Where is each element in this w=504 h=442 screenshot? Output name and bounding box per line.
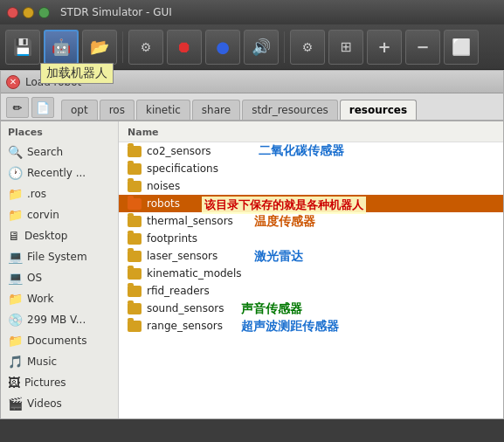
zoom-in-btn[interactable]: + (367, 30, 402, 65)
file-item-laser[interactable]: laser_sensors 激光雷达 (119, 247, 503, 265)
file-item-kinematic[interactable]: kinematic_models (119, 265, 503, 282)
main-toolbar: 💾 🤖 📂 ⚙ ⏺ ● 🔊 ⚙ ⊞ + − ⬜ 加载机器人 (0, 24, 504, 70)
dialog-close-btn[interactable]: ✕ (6, 75, 20, 89)
maximize-window-btn[interactable] (38, 7, 50, 18)
file-name-range: range_sensors (147, 320, 223, 332)
record-btn[interactable]: ⏺ (167, 30, 202, 65)
file-name-footprints: footprints (147, 232, 197, 245)
load-robot-dialog: ✕ Load robot ✏️ 📄 opt ros kinetic share … (0, 70, 504, 419)
edit-icon-btn[interactable]: ✏️ (6, 97, 29, 118)
browser-body: Places 🔍 Search 🕐 Recently ... 📁 .ros 📁 … (1, 121, 503, 418)
files-panel: Name co2_sensors 二氧化碳传感器 specifications … (119, 121, 503, 418)
file-item-sound[interactable]: sound_sensors 声音传感器 (119, 300, 503, 317)
tab-stdr-resources[interactable]: stdr_resources (242, 100, 338, 120)
places-filesystem-label: File System (27, 251, 87, 263)
folder-icon-kinematic (128, 268, 142, 280)
music-icon: 🎵 (8, 355, 23, 369)
window-controls (7, 7, 50, 18)
places-item-search[interactable]: 🔍 Search (1, 142, 118, 162)
places-header: Places (1, 121, 118, 142)
os-icon: 💻 (8, 271, 23, 285)
settings2-btn[interactable]: ⚙ (290, 30, 325, 65)
folder-icon-thermal (128, 216, 142, 227)
annotation-range: 超声波测距传感器 (241, 319, 339, 335)
search-icon: 🔍 (8, 145, 23, 159)
folder-icon-co2 (128, 146, 142, 157)
folder-icon: 📁 (8, 187, 23, 201)
folder-icon-range (128, 321, 142, 332)
file-name-laser: laser_sensors (147, 250, 217, 262)
disk-icon: 💿 (8, 313, 23, 327)
places-item-music[interactable]: 🎵 Music (1, 351, 118, 372)
file-name-co2: co2_sensors (147, 145, 211, 157)
audio-btn[interactable]: 🔊 (244, 30, 279, 65)
file-name-sound: sound_sensors (147, 302, 224, 314)
file-name-robots: robots (147, 197, 180, 210)
file-item-noises[interactable]: noises (119, 177, 503, 195)
open-robot-btn[interactable]: 🤖 (44, 30, 79, 65)
places-item-filesystem[interactable]: 💻 File System (1, 246, 118, 267)
annotation-thermal: 温度传感器 (254, 214, 315, 230)
file-item-thermal[interactable]: thermal_sensors 温度传感器 (119, 212, 503, 230)
fullscreen-btn[interactable]: ⬜ (444, 30, 479, 65)
tab-ros[interactable]: ros (100, 100, 135, 120)
file-name-kinematic: kinematic_models (147, 267, 242, 280)
folder-icon-noises (128, 181, 142, 192)
save-btn[interactable]: 💾 (5, 30, 40, 65)
places-item-recently[interactable]: 🕐 Recently ... (1, 162, 118, 183)
file-item-robots[interactable]: robots 该目录下保存的就是各种机器人 (119, 195, 503, 212)
places-item-work[interactable]: 📁 Work (1, 288, 118, 309)
window-title: STDR Simulator - GUI (60, 6, 172, 18)
places-item-videos[interactable]: 🎬 Videos (1, 393, 118, 414)
videos-icon: 🎬 (8, 397, 23, 411)
places-pictures-label: Pictures (24, 376, 66, 389)
file-item-footprints[interactable]: footprints (119, 230, 503, 247)
annotation-robots: 该目录下保存的就是各种机器人 (202, 197, 366, 214)
places-os-label: OS (27, 272, 42, 284)
file-item-co2-sensors[interactable]: co2_sensors 二氧化碳传感器 (119, 142, 503, 160)
file-name-rfid: rfid_readers (147, 285, 210, 297)
files-header: Name (119, 121, 503, 142)
places-299mb-label: 299 MB V... (27, 314, 86, 326)
places-music-label: Music (27, 356, 57, 368)
places-search-label: Search (27, 146, 63, 158)
minimize-window-btn[interactable] (23, 7, 34, 18)
file-item-rfid[interactable]: rfid_readers (119, 282, 503, 300)
toolbar-sep-1 (122, 31, 123, 63)
desktop-icon: 🖥 (8, 229, 20, 243)
places-videos-label: Videos (27, 397, 62, 410)
documents-icon: 📁 (8, 334, 23, 348)
annotation-sound: 声音传感器 (241, 301, 302, 317)
file-item-specifications[interactable]: specifications (119, 160, 503, 177)
settings1-btn[interactable]: ⚙ (128, 30, 163, 65)
pictures-icon: 🖼 (8, 376, 20, 390)
tab-kinetic[interactable]: kinetic (136, 100, 190, 120)
places-item-desktop[interactable]: 🖥 Desktop (1, 225, 118, 246)
file-name-noises: noises (147, 180, 180, 192)
robot-tooltip: 加载机器人 (40, 63, 114, 84)
folder-icon-spec (128, 163, 142, 175)
folder-icon-rfid (128, 286, 142, 297)
places-item-corvin[interactable]: 📁 corvin (1, 204, 118, 225)
open-env-btn[interactable]: 📂 (82, 30, 117, 65)
recent-icon: 🕐 (8, 166, 23, 180)
tab-opt[interactable]: opt (61, 100, 98, 120)
places-item-documents[interactable]: 📁 Documents (1, 330, 118, 351)
places-documents-label: Documents (27, 335, 86, 347)
places-item-os[interactable]: 💻 OS (1, 267, 118, 288)
close-window-btn[interactable] (7, 7, 18, 18)
titlebar: STDR Simulator - GUI (0, 0, 504, 24)
places-item-pictures[interactable]: 🖼 Pictures (1, 372, 118, 393)
doc-icon-btn[interactable]: 📄 (31, 97, 54, 118)
tab-share[interactable]: share (192, 100, 240, 120)
grid-btn[interactable]: ⊞ (328, 30, 363, 65)
places-item-ros[interactable]: 📁 .ros (1, 183, 118, 204)
work-icon: 📁 (8, 292, 23, 306)
dot-btn[interactable]: ● (205, 30, 240, 65)
folder-icon-robots (128, 198, 142, 210)
file-item-range[interactable]: range_sensors 超声波测距传感器 (119, 317, 503, 335)
toolbar-sep-2 (284, 31, 285, 63)
places-item-299mb[interactable]: 💿 299 MB V... (1, 309, 118, 330)
tab-resources[interactable]: resources (340, 100, 417, 120)
zoom-out-btn[interactable]: − (405, 30, 440, 65)
